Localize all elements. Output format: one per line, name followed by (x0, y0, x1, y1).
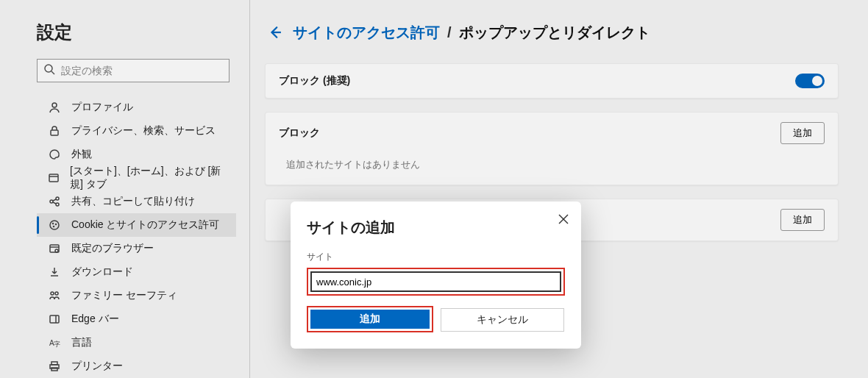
breadcrumb-link[interactable]: サイトのアクセス許可 (293, 23, 440, 43)
svg-rect-20 (50, 315, 59, 323)
profile-icon (48, 101, 61, 114)
svg-point-11 (50, 221, 59, 229)
settings-search-input[interactable] (61, 65, 223, 76)
sidebar-item-default-browser[interactable]: 既定のブラウザー (37, 237, 236, 260)
svg-line-1 (51, 71, 54, 74)
svg-rect-26 (51, 368, 57, 371)
svg-rect-4 (49, 174, 58, 182)
svg-point-12 (53, 224, 54, 224)
sidebar-item-downloads[interactable]: ダウンロード (37, 260, 236, 284)
dialog-close-button[interactable] (556, 212, 571, 227)
svg-point-13 (56, 224, 57, 225)
svg-point-19 (55, 292, 58, 295)
dialog-cancel-button[interactable]: キャンセル (441, 308, 564, 332)
sidebar-item-label: 言語 (71, 336, 92, 349)
sidebar-item-label: プライバシー、検索、サービス (71, 124, 216, 138)
cookie-icon (48, 218, 61, 232)
sidebar-item-label: Edge バー (71, 313, 119, 326)
sidebar-item-start[interactable]: [スタート]、[ホーム]、および [新規] タブ (37, 166, 236, 190)
sidebar-item-label: [スタート]、[ホーム]、および [新規] タブ (70, 165, 229, 191)
sidebar-item-label: プリンター (71, 360, 123, 373)
dialog-add-button[interactable]: 追加 (310, 310, 430, 329)
breadcrumb: サイトのアクセス許可 / ポップアップとリダイレクト (265, 22, 839, 43)
sidebar-item-appearance[interactable]: 外観 (37, 143, 236, 166)
sidebar-item-label: ダウンロード (71, 265, 133, 279)
svg-point-7 (56, 197, 59, 200)
svg-line-9 (53, 199, 56, 201)
add-site-dialog: サイトの追加 サイト 追加 キャンセル (291, 202, 581, 349)
dialog-add-highlight: 追加 (307, 306, 433, 332)
sidebar-item-label: Cookie とサイトのアクセス許可 (71, 218, 219, 232)
sidebar-item-label: 共有、コピーして貼り付け (71, 195, 195, 208)
sidebar-item-privacy[interactable]: プライバシー、検索、サービス (37, 119, 236, 143)
sidebar-item-edge-bar[interactable]: Edge バー (37, 307, 236, 331)
svg-point-0 (45, 65, 52, 72)
dialog-field-label: サイト (307, 251, 565, 263)
sidebar-item-languages[interactable]: A字 言語 (37, 331, 236, 354)
sidebar-item-label: プロファイル (71, 101, 133, 114)
svg-line-10 (53, 202, 56, 204)
site-url-input[interactable] (310, 271, 561, 292)
dialog-input-highlight (307, 268, 565, 296)
family-icon (48, 289, 61, 302)
sidebar-item-printers[interactable]: プリンター (37, 354, 236, 378)
settings-nav-list: プロファイル プライバシー、検索、サービス 外観 [スタート]、[ホーム]、およ… (37, 96, 236, 378)
sidebar-item-label: ファミリー セーフティ (71, 289, 177, 302)
settings-sidebar: 設定 プロファイル プライバシー、検索、サービス 外観 [スタート]、[ホー (0, 0, 250, 378)
sidebar-item-family[interactable]: ファミリー セーフティ (37, 284, 236, 307)
settings-search[interactable] (37, 59, 230, 82)
svg-point-8 (56, 203, 59, 206)
breadcrumb-current: ポップアップとリダイレクト (459, 23, 650, 43)
sidebar-item-cookies[interactable]: Cookie とサイトのアクセス許可 (37, 213, 236, 237)
allow-add-button[interactable]: 追加 (780, 209, 825, 231)
block-add-button[interactable]: 追加 (780, 122, 825, 144)
block-recommended-label: ブロック (推奨) (279, 74, 350, 88)
svg-point-2 (52, 103, 57, 107)
svg-point-18 (51, 292, 54, 295)
download-icon (48, 265, 61, 279)
lock-icon (48, 124, 61, 138)
settings-title: 設定 (37, 21, 236, 44)
sidebar-item-label: 既定のブラウザー (71, 242, 154, 255)
sidebar-icon (48, 313, 61, 326)
svg-point-17 (55, 249, 58, 252)
svg-point-14 (54, 227, 54, 227)
block-list-empty: 追加されたサイトはありません (266, 154, 838, 185)
sidebar-item-label: 外観 (71, 148, 92, 161)
svg-rect-3 (51, 130, 58, 135)
allow-list-label (279, 214, 282, 226)
search-icon (43, 63, 61, 78)
arrow-left-icon (268, 26, 282, 39)
svg-text:字: 字 (54, 340, 60, 348)
block-recommended-toggle[interactable] (795, 74, 825, 88)
share-icon (48, 195, 61, 208)
block-list-card: ブロック 追加 追加されたサイトはありません (265, 112, 839, 185)
window-icon (48, 171, 60, 185)
svg-point-6 (50, 200, 53, 203)
language-icon: A字 (48, 336, 61, 349)
close-icon (558, 214, 569, 224)
dialog-title: サイトの追加 (307, 218, 565, 238)
block-list-label: ブロック (279, 126, 320, 140)
sidebar-item-share[interactable]: 共有、コピーして貼り付け (37, 190, 236, 213)
palette-icon (48, 148, 61, 161)
sidebar-item-profile[interactable]: プロファイル (37, 96, 236, 119)
printer-icon (48, 360, 61, 373)
back-button[interactable] (265, 22, 285, 43)
block-recommended-card: ブロック (推奨) (265, 63, 839, 99)
browser-icon (48, 242, 61, 255)
dialog-button-row: 追加 キャンセル (307, 306, 565, 332)
breadcrumb-separator: / (447, 24, 452, 41)
